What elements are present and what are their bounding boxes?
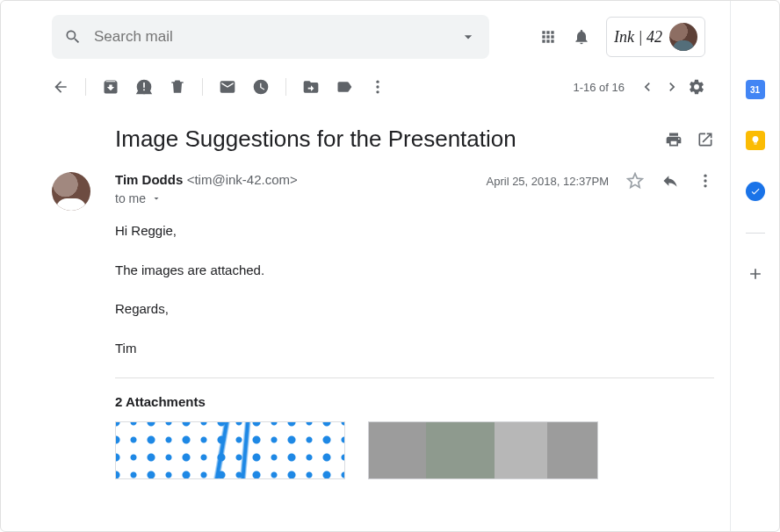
pagination-count: 1-16 of 16 [573, 81, 625, 94]
message-toolbar: 1-16 of 16 [1, 73, 730, 104]
message-subject: Image Suggestions for the Presentation [115, 126, 651, 153]
arrow-back-icon [52, 78, 69, 96]
settings-button[interactable] [688, 78, 705, 96]
brand-label: Ink | 42 [614, 28, 662, 47]
notifications-icon[interactable] [573, 28, 590, 46]
body-line: The images are attached. [115, 261, 714, 281]
get-addons-button[interactable] [747, 265, 764, 283]
trash-icon [169, 78, 186, 96]
sender-email: <tim@ink-42.com> [187, 172, 298, 187]
account-brand-box[interactable]: Ink | 42 [606, 17, 705, 57]
chevron-left-icon [639, 78, 656, 96]
print-button[interactable] [665, 131, 682, 148]
snooze-button[interactable] [252, 78, 270, 96]
plus-icon [747, 265, 764, 283]
side-panel: 31 [730, 1, 779, 531]
app-header: Ink | 42 [1, 15, 730, 73]
attachment-thumbnail-2[interactable] [368, 421, 598, 479]
delete-button[interactable] [169, 78, 186, 96]
message-more-button[interactable] [697, 172, 714, 190]
more-vert-icon [697, 172, 714, 190]
reply-button[interactable] [661, 172, 679, 190]
labels-button[interactable] [336, 78, 353, 96]
attachments-label: 2 Attachments [115, 394, 714, 409]
gear-icon [688, 78, 705, 96]
archive-button[interactable] [102, 78, 119, 96]
mark-unread-button[interactable] [219, 78, 236, 96]
more-vert-icon [369, 78, 386, 96]
body-signature: Tim [115, 339, 714, 359]
open-new-window-button[interactable] [697, 131, 714, 148]
keep-addon-button[interactable] [746, 131, 765, 150]
prev-page-button[interactable] [639, 78, 656, 96]
body-signoff: Regards, [115, 299, 714, 320]
svg-point-4 [376, 85, 379, 88]
attachments-divider [115, 377, 714, 378]
search-icon [64, 28, 82, 46]
message-date: April 25, 2018, 12:37PM [487, 175, 609, 188]
move-folder-icon [302, 78, 320, 96]
open-in-new-icon [697, 131, 714, 148]
message-view: Image Suggestions for the Presentation T… [1, 104, 730, 479]
account-avatar[interactable] [669, 23, 697, 51]
star-button[interactable] [626, 172, 644, 190]
clock-icon [252, 78, 270, 96]
body-greeting: Hi Reggie, [115, 221, 714, 241]
spam-icon [135, 78, 153, 96]
svg-rect-2 [143, 90, 145, 91]
apps-icon[interactable] [539, 28, 557, 46]
star-icon [626, 172, 644, 190]
svg-point-8 [704, 184, 706, 187]
svg-point-6 [704, 175, 706, 177]
archive-icon [102, 78, 119, 96]
attachment-thumbnail-1[interactable] [115, 421, 345, 479]
reply-icon [661, 172, 679, 190]
svg-rect-1 [143, 83, 145, 88]
next-page-button[interactable] [663, 78, 681, 96]
back-button[interactable] [52, 78, 69, 96]
svg-point-7 [704, 179, 706, 182]
tasks-addon-button[interactable] [746, 182, 765, 201]
keep-icon [750, 135, 761, 146]
recipient-details-button[interactable] [151, 193, 162, 204]
more-actions-button[interactable] [369, 78, 386, 96]
sender-avatar[interactable] [52, 172, 90, 211]
report-spam-button[interactable] [135, 78, 153, 96]
mail-icon [219, 78, 236, 96]
side-panel-divider [746, 233, 765, 234]
message-body: Hi Reggie, The images are attached. Rega… [115, 221, 714, 358]
sender-name: Tim Dodds [115, 172, 183, 187]
search-input[interactable] [94, 28, 447, 46]
move-to-button[interactable] [302, 78, 320, 96]
print-icon [665, 131, 682, 148]
chevron-right-icon [663, 78, 681, 96]
search-options-icon[interactable] [459, 28, 477, 46]
search-box[interactable] [52, 15, 489, 59]
label-icon [336, 78, 353, 96]
recipient-label: to me [115, 191, 146, 205]
tasks-icon [750, 186, 761, 197]
svg-point-3 [376, 81, 379, 83]
svg-point-5 [376, 90, 379, 93]
calendar-addon-button[interactable]: 31 [746, 80, 765, 99]
